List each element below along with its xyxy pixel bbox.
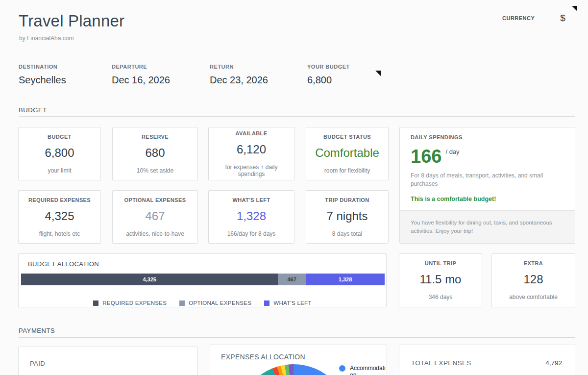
pie-legend-label: Accommodation [350, 365, 387, 375]
trip-duration-note: 8 days total [332, 230, 362, 237]
budget-section-heading: BUDGET [19, 106, 47, 114]
budget-allocation-legend: REQUIRED EXPENSES OPTIONAL EXPENSES WHAT… [21, 300, 384, 306]
extra-label: EXTRA [524, 260, 543, 266]
page-subtitle: by FinancialAha.com [19, 35, 74, 42]
pie-legend-dot [339, 365, 345, 372]
whats-left-note: 166/day for 8 days [227, 230, 276, 237]
total-expenses-row: TOTAL EXPENSES 4,792 [411, 359, 562, 367]
until-trip-value: 11.5 mo [420, 273, 462, 286]
currency-label: CURRENCY [502, 15, 535, 21]
budget-card-note: your limit [48, 167, 71, 174]
available-card-label: AVAILABLE [236, 130, 268, 136]
legend-swatch-optional [179, 300, 185, 306]
available-card-note: for expenses + daily spendings [213, 164, 290, 177]
extra-card: EXTRA 128 above comfortable [491, 253, 575, 307]
budget-status-value: Comfortable [315, 146, 379, 160]
trip-duration-card: TRIP DURATION 7 nights 8 days total [306, 190, 389, 244]
budget-card: BUDGET 6,800 your limit [18, 127, 101, 180]
until-trip-note: 346 days [429, 294, 453, 300]
cursor-icon [375, 71, 381, 76]
legend-label-required: REQUIRED EXPENSES [102, 300, 167, 306]
daily-spendings-description: For 8 days of meals, transport, activiti… [411, 172, 553, 189]
whats-left-value: 1,328 [237, 209, 266, 223]
extra-value: 128 [523, 273, 543, 286]
legend-label-optional: OPTIONAL EXPENSES [189, 300, 251, 306]
reserve-card-note: 10% set aside [137, 167, 173, 174]
optional-expenses-card: OPTIONAL EXPENSES 467 activities, nice-t… [112, 190, 198, 244]
daily-spendings-unit: / day [445, 148, 459, 155]
daily-spendings-footer-text: You have flexibility for dining out, tax… [411, 219, 558, 236]
required-expenses-value: 4,325 [45, 209, 74, 223]
return-label: RETURN [210, 64, 268, 70]
budget-status-note: room for flexibility [324, 167, 370, 174]
optional-expenses-value: 467 [145, 209, 165, 223]
paid-card: PAID [18, 347, 198, 375]
departure-label: DEPARTURE [112, 64, 170, 70]
total-expenses-label: TOTAL EXPENSES [411, 359, 471, 367]
your-budget-value[interactable]: 6,800 [307, 75, 350, 86]
legend-item-optional: OPTIONAL EXPENSES [179, 300, 251, 306]
destination-field: DESTINATION Seychelles [19, 64, 66, 86]
expenses-pie-legend: Accommodation [339, 365, 387, 375]
total-expenses-value: 4,792 [545, 359, 562, 367]
trip-duration-label: TRIP DURATION [325, 197, 369, 203]
payments-section-rule [19, 337, 575, 338]
available-card-value: 6,120 [237, 143, 266, 156]
return-value: Dec 23, 2026 [210, 75, 268, 86]
budget-allocation-card: BUDGET ALLOCATION 4,325 467 1,328 REQUIR… [18, 253, 387, 307]
departure-field: DEPARTURE Dec 16, 2026 [112, 64, 170, 86]
extra-note: above comfortable [509, 294, 558, 300]
available-card: AVAILABLE 6,120 for expenses + daily spe… [208, 127, 294, 180]
destination-value: Seychelles [19, 75, 66, 86]
budget-card-value: 6,800 [45, 146, 74, 160]
required-expenses-label: REQUIRED EXPENSES [28, 197, 91, 203]
daily-spendings-value-row: 166 / day [411, 147, 564, 166]
trip-duration-value: 7 nights [326, 209, 368, 223]
bar-segment-whats-left: 1,328 [306, 274, 385, 285]
expenses-pie [237, 364, 350, 375]
legend-swatch-required [93, 300, 98, 306]
legend-swatch-whats-left [264, 300, 270, 306]
required-expenses-note: flight, hotels etc [39, 230, 80, 237]
payments-section-heading: PAYMENTS [19, 327, 55, 334]
expenses-allocation-title: EXPENSES ALLOCATION [221, 353, 305, 361]
optional-expenses-note: activities, nice-to-have [126, 230, 184, 237]
reserve-card-value: 680 [145, 146, 165, 160]
daily-spendings-highlight: This is a comfortable budget! [411, 196, 564, 202]
bar-segment-optional: 467 [278, 274, 306, 285]
reserve-card-label: RESERVE [142, 134, 169, 140]
budget-allocation-title: BUDGET ALLOCATION [21, 260, 384, 268]
page-title: Travel Planner [19, 12, 124, 30]
return-field: RETURN Dec 23, 2026 [210, 64, 268, 86]
destination-label: DESTINATION [19, 64, 66, 70]
legend-item-required: REQUIRED EXPENSES [93, 300, 167, 306]
budget-section-rule [19, 116, 575, 117]
expenses-allocation-card: EXPENSES ALLOCATION Accommodation [210, 345, 387, 375]
budget-status-label: BUDGET STATUS [323, 134, 371, 140]
daily-spendings-label: DAILY SPENDINGS [411, 134, 564, 140]
daily-spendings-value: 166 [411, 147, 441, 166]
required-expenses-card: REQUIRED EXPENSES 4,325 flight, hotels e… [18, 190, 101, 244]
optional-expenses-label: OPTIONAL EXPENSES [124, 197, 186, 203]
paid-card-label: PAID [30, 360, 45, 367]
travel-planner-page: Travel Planner by FinancialAha.com CURRE… [0, 0, 588, 375]
departure-value: Dec 16, 2026 [112, 75, 170, 86]
legend-label-whats-left: WHAT'S LEFT [273, 300, 311, 306]
budget-status-card: BUDGET STATUS Comfortable room for flexi… [306, 127, 389, 180]
whats-left-card: WHAT'S LEFT 1,328 166/day for 8 days [208, 190, 294, 244]
until-trip-card: UNTIL TRIP 11.5 mo 346 days [399, 253, 482, 307]
budget-card-label: BUDGET [48, 134, 72, 140]
currency-selector[interactable]: CURRENCY $ [502, 13, 565, 24]
daily-spendings-footer: You have flexibility for dining out, tax… [400, 210, 575, 243]
your-budget-label: YOUR BUDGET [307, 64, 350, 70]
legend-item-whats-left: WHAT'S LEFT [264, 300, 311, 306]
whats-left-label: WHAT'S LEFT [232, 197, 270, 203]
total-expenses-card: TOTAL EXPENSES 4,792 [399, 345, 575, 375]
budget-allocation-bar: 4,325 467 1,328 [21, 274, 385, 285]
cursor-icon [572, 6, 577, 11]
currency-value[interactable]: $ [560, 13, 565, 24]
until-trip-label: UNTIL TRIP [425, 260, 456, 266]
your-budget-field[interactable]: YOUR BUDGET 6,800 [307, 64, 350, 86]
daily-spendings-card: DAILY SPENDINGS 166 / day For 8 days of … [399, 127, 575, 244]
reserve-card: RESERVE 680 10% set aside [112, 127, 198, 180]
